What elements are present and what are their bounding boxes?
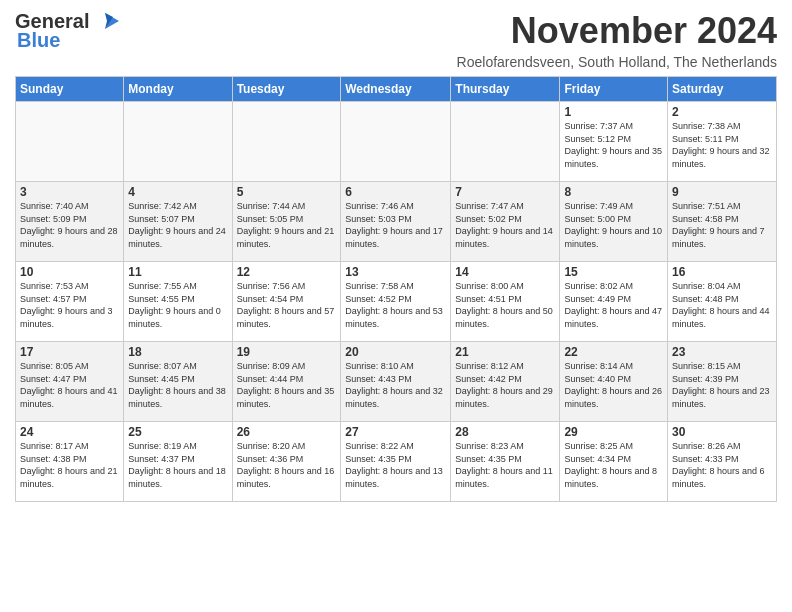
day-number: 4 (128, 185, 227, 199)
day-info-line: Daylight: 8 hours and 29 minutes. (455, 386, 553, 409)
day-info-line: Daylight: 9 hours and 28 minutes. (20, 226, 118, 249)
day-info-line: Sunset: 4:52 PM (345, 294, 412, 304)
day-info: Sunrise: 8:14 AMSunset: 4:40 PMDaylight:… (564, 360, 663, 410)
day-number: 6 (345, 185, 446, 199)
table-row: 6Sunrise: 7:46 AMSunset: 5:03 PMDaylight… (341, 182, 451, 262)
header: General Blue November 2024 Roelofarendsv… (15, 10, 777, 70)
col-sunday: Sunday (16, 77, 124, 102)
day-info-line: Daylight: 8 hours and 8 minutes. (564, 466, 657, 489)
day-number: 27 (345, 425, 446, 439)
location-title: Roelofarendsveen, South Holland, The Net… (457, 54, 777, 70)
table-row: 5Sunrise: 7:44 AMSunset: 5:05 PMDaylight… (232, 182, 341, 262)
day-info-line: Sunrise: 7:47 AM (455, 201, 524, 211)
day-info-line: Daylight: 8 hours and 35 minutes. (237, 386, 335, 409)
day-info-line: Sunset: 4:37 PM (128, 454, 195, 464)
day-info-line: Sunset: 5:12 PM (564, 134, 631, 144)
table-row: 3Sunrise: 7:40 AMSunset: 5:09 PMDaylight… (16, 182, 124, 262)
day-number: 13 (345, 265, 446, 279)
col-saturday: Saturday (668, 77, 777, 102)
day-info-line: Sunrise: 7:42 AM (128, 201, 197, 211)
day-info-line: Sunset: 5:03 PM (345, 214, 412, 224)
day-info-line: Daylight: 9 hours and 3 minutes. (20, 306, 113, 329)
day-info-line: Sunset: 4:47 PM (20, 374, 87, 384)
table-row: 12Sunrise: 7:56 AMSunset: 4:54 PMDayligh… (232, 262, 341, 342)
day-info: Sunrise: 7:53 AMSunset: 4:57 PMDaylight:… (20, 280, 119, 330)
calendar-week-row: 1Sunrise: 7:37 AMSunset: 5:12 PMDaylight… (16, 102, 777, 182)
day-info-line: Sunset: 4:33 PM (672, 454, 739, 464)
day-info: Sunrise: 8:04 AMSunset: 4:48 PMDaylight:… (672, 280, 772, 330)
logo-blue: Blue (17, 29, 60, 52)
day-info: Sunrise: 8:02 AMSunset: 4:49 PMDaylight:… (564, 280, 663, 330)
day-info-line: Daylight: 8 hours and 13 minutes. (345, 466, 443, 489)
day-info-line: Sunrise: 8:10 AM (345, 361, 414, 371)
day-info-line: Daylight: 8 hours and 11 minutes. (455, 466, 553, 489)
table-row: 10Sunrise: 7:53 AMSunset: 4:57 PMDayligh… (16, 262, 124, 342)
table-row: 26Sunrise: 8:20 AMSunset: 4:36 PMDayligh… (232, 422, 341, 502)
day-info: Sunrise: 7:49 AMSunset: 5:00 PMDaylight:… (564, 200, 663, 250)
day-info-line: Daylight: 8 hours and 57 minutes. (237, 306, 335, 329)
table-row: 17Sunrise: 8:05 AMSunset: 4:47 PMDayligh… (16, 342, 124, 422)
day-info-line: Daylight: 9 hours and 35 minutes. (564, 146, 662, 169)
day-info-line: Sunrise: 7:37 AM (564, 121, 633, 131)
page-container: General Blue November 2024 Roelofarendsv… (0, 0, 792, 512)
day-info-line: Sunset: 4:36 PM (237, 454, 304, 464)
calendar-week-row: 10Sunrise: 7:53 AMSunset: 4:57 PMDayligh… (16, 262, 777, 342)
day-info: Sunrise: 8:05 AMSunset: 4:47 PMDaylight:… (20, 360, 119, 410)
day-info-line: Sunset: 4:35 PM (345, 454, 412, 464)
day-info-line: Daylight: 9 hours and 32 minutes. (672, 146, 770, 169)
day-info-line: Sunset: 4:43 PM (345, 374, 412, 384)
day-info: Sunrise: 7:38 AMSunset: 5:11 PMDaylight:… (672, 120, 772, 170)
day-info-line: Sunrise: 7:55 AM (128, 281, 197, 291)
day-number: 19 (237, 345, 337, 359)
logo-wing-icon (91, 11, 119, 33)
day-number: 28 (455, 425, 555, 439)
day-info: Sunrise: 8:15 AMSunset: 4:39 PMDaylight:… (672, 360, 772, 410)
day-number: 21 (455, 345, 555, 359)
day-info: Sunrise: 7:55 AMSunset: 4:55 PMDaylight:… (128, 280, 227, 330)
table-row: 19Sunrise: 8:09 AMSunset: 4:44 PMDayligh… (232, 342, 341, 422)
day-info-line: Daylight: 9 hours and 17 minutes. (345, 226, 443, 249)
day-info: Sunrise: 7:40 AMSunset: 5:09 PMDaylight:… (20, 200, 119, 250)
day-info: Sunrise: 8:17 AMSunset: 4:38 PMDaylight:… (20, 440, 119, 490)
table-row: 28Sunrise: 8:23 AMSunset: 4:35 PMDayligh… (451, 422, 560, 502)
day-info-line: Daylight: 9 hours and 24 minutes. (128, 226, 226, 249)
day-number: 5 (237, 185, 337, 199)
table-row: 27Sunrise: 8:22 AMSunset: 4:35 PMDayligh… (341, 422, 451, 502)
day-info-line: Sunrise: 8:19 AM (128, 441, 197, 451)
table-row: 18Sunrise: 8:07 AMSunset: 4:45 PMDayligh… (124, 342, 232, 422)
table-row: 20Sunrise: 8:10 AMSunset: 4:43 PMDayligh… (341, 342, 451, 422)
table-row: 29Sunrise: 8:25 AMSunset: 4:34 PMDayligh… (560, 422, 668, 502)
day-info: Sunrise: 7:44 AMSunset: 5:05 PMDaylight:… (237, 200, 337, 250)
logo: General Blue (15, 10, 119, 52)
calendar-week-row: 3Sunrise: 7:40 AMSunset: 5:09 PMDaylight… (16, 182, 777, 262)
day-info-line: Daylight: 8 hours and 26 minutes. (564, 386, 662, 409)
table-row: 11Sunrise: 7:55 AMSunset: 4:55 PMDayligh… (124, 262, 232, 342)
day-number: 29 (564, 425, 663, 439)
day-info-line: Daylight: 8 hours and 23 minutes. (672, 386, 770, 409)
day-info: Sunrise: 8:20 AMSunset: 4:36 PMDaylight:… (237, 440, 337, 490)
table-row: 21Sunrise: 8:12 AMSunset: 4:42 PMDayligh… (451, 342, 560, 422)
day-info-line: Sunrise: 8:02 AM (564, 281, 633, 291)
day-info-line: Sunset: 5:02 PM (455, 214, 522, 224)
day-info-line: Sunrise: 7:44 AM (237, 201, 306, 211)
day-info-line: Sunrise: 7:49 AM (564, 201, 633, 211)
day-info: Sunrise: 8:07 AMSunset: 4:45 PMDaylight:… (128, 360, 227, 410)
day-number: 30 (672, 425, 772, 439)
day-info-line: Sunrise: 8:04 AM (672, 281, 741, 291)
day-info-line: Sunset: 4:54 PM (237, 294, 304, 304)
day-info-line: Sunrise: 8:09 AM (237, 361, 306, 371)
day-info-line: Sunset: 4:49 PM (564, 294, 631, 304)
day-info: Sunrise: 7:37 AMSunset: 5:12 PMDaylight:… (564, 120, 663, 170)
day-info-line: Sunrise: 8:20 AM (237, 441, 306, 451)
day-info-line: Daylight: 8 hours and 44 minutes. (672, 306, 770, 329)
day-info-line: Sunrise: 7:51 AM (672, 201, 741, 211)
day-info-line: Sunset: 4:40 PM (564, 374, 631, 384)
title-block: November 2024 Roelofarendsveen, South Ho… (457, 10, 777, 70)
day-info-line: Sunrise: 7:40 AM (20, 201, 89, 211)
day-info-line: Daylight: 8 hours and 41 minutes. (20, 386, 118, 409)
day-number: 23 (672, 345, 772, 359)
day-number: 1 (564, 105, 663, 119)
day-info-line: Sunrise: 8:23 AM (455, 441, 524, 451)
day-info-line: Daylight: 8 hours and 50 minutes. (455, 306, 553, 329)
table-row: 25Sunrise: 8:19 AMSunset: 4:37 PMDayligh… (124, 422, 232, 502)
